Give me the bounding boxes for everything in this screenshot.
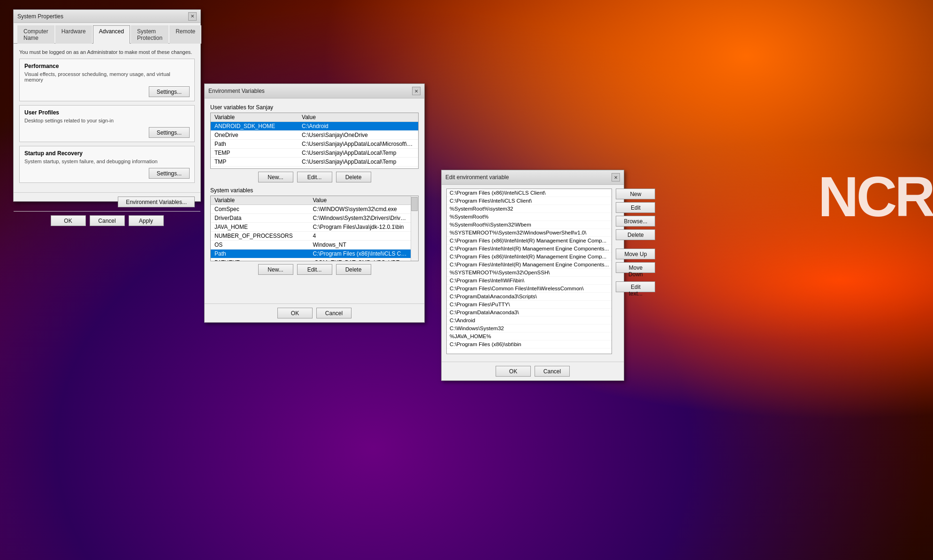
edit-env-edit-text-button[interactable]: Edit text... <box>616 281 655 292</box>
sys-var-variable: Path <box>211 250 309 258</box>
edit-env-list-item[interactable]: C:\Android <box>447 317 612 325</box>
system-props-close-button[interactable]: ✕ <box>188 12 197 21</box>
edit-env-main: C:\Program Files (x86)\Intel\iCLS Client… <box>446 189 619 358</box>
edit-env-list-item[interactable]: C:\Program Files (x86)\Intel\iCLS Client… <box>447 189 612 197</box>
edit-env-ok-button[interactable]: OK <box>496 366 531 377</box>
user-var-value: C:\Users\Sanjay\AppData\Local\Microsoft\… <box>298 140 418 149</box>
user-var-row[interactable]: TEMPC:\Users\Sanjay\AppData\Local\Temp <box>211 149 418 158</box>
sys-vars-scrollbar-thumb[interactable] <box>411 197 418 211</box>
tab-remote[interactable]: Remote <box>169 25 201 44</box>
edit-env-title: Edit environment variable <box>445 174 509 181</box>
sys-var-value: C:\Program Files (x86)\Intel\iCLS Client… <box>309 250 411 258</box>
edit-env-new-button[interactable]: New <box>616 189 655 199</box>
sys-var-row[interactable]: PATHEXT.COM;.EXE;.BAT;.CMD;.VBS;.VBE;.JS… <box>211 258 411 262</box>
system-props-cancel-button[interactable]: Cancel <box>90 215 125 226</box>
user-var-row[interactable]: TMPC:\Users\Sanjay\AppData\Local\Temp <box>211 158 418 166</box>
edit-env-cancel-button[interactable]: Cancel <box>535 366 570 377</box>
sys-var-variable: JAVA_HOME <box>211 223 309 232</box>
tab-computer-name[interactable]: Computer Name <box>17 25 54 44</box>
edit-env-browse-button[interactable]: Browse... <box>616 216 655 227</box>
edit-env-list-item[interactable]: C:\ProgramData\Anaconda3\ <box>447 309 612 317</box>
user-var-value: C:\Users\Sanjay\AppData\Local\Temp <box>298 158 418 166</box>
admin-note: You must be logged on as an Administrato… <box>19 49 195 55</box>
env-vars-ok-button[interactable]: OK <box>277 308 313 318</box>
environment-variables-dialog: Environment Variables ✕ User variables f… <box>204 83 425 323</box>
user-vars-label: User variables for Sanjay <box>210 104 419 111</box>
sys-var-value: 4 <box>309 232 411 241</box>
edit-env-list-item[interactable]: %SYSTEMROOT%\System32\WindowsPowerShell\… <box>447 229 612 237</box>
system-props-content: You must be logged on as an Administrato… <box>14 44 200 192</box>
user-var-variable: TMP <box>211 158 298 166</box>
edit-env-list-item[interactable]: C:\ProgramData\Anaconda3\Scripts\ <box>447 293 612 301</box>
sys-vars-scrollbar[interactable] <box>411 196 418 261</box>
env-vars-content: User variables for Sanjay Variable Value… <box>205 98 424 303</box>
edit-env-delete-button[interactable]: Delete <box>616 229 655 240</box>
edit-env-list-item[interactable]: C:\Program Files (x86)\Intel\Intel(R) Ma… <box>447 237 612 245</box>
performance-settings-button[interactable]: Settings... <box>149 86 190 97</box>
edit-env-list-item[interactable]: %SystemRoot%\System32\Wbem <box>447 221 612 229</box>
edit-env-list-item[interactable]: C:\Program Files (x86)\Intel\Intel(R) Ma… <box>447 253 612 261</box>
env-vars-title: Environment Variables <box>208 88 265 94</box>
edit-env-content: C:\Program Files (x86)\Intel\iCLS Client… <box>442 185 624 362</box>
edit-env-list-item[interactable]: C:\Program Files (x86)\sbt\bin <box>447 341 612 348</box>
tab-advanced[interactable]: Advanced <box>93 25 130 44</box>
edit-env-list-item[interactable]: C:\Program Files\Intel\Intel(R) Manageme… <box>447 245 612 253</box>
sys-vars-table-container[interactable]: Variable Value ComSpecC:\WINDOWS\system3… <box>210 196 419 261</box>
performance-desc: Visual effects, processor scheduling, me… <box>24 71 190 83</box>
sys-vars-new-button[interactable]: New... <box>258 264 293 275</box>
sys-var-variable: DriverData <box>211 214 309 223</box>
sys-var-variable: OS <box>211 241 309 250</box>
environment-variables-button[interactable]: Environment Variables... <box>118 197 195 207</box>
edit-env-list-item[interactable]: C:\Program Files\PuTTY\ <box>447 301 612 309</box>
edit-env-edit-button[interactable]: Edit <box>616 202 655 213</box>
sys-var-variable: PATHEXT <box>211 258 309 262</box>
edit-env-close-button[interactable]: ✕ <box>612 173 620 182</box>
tab-hardware[interactable]: Hardware <box>55 25 92 44</box>
user-profiles-desc: Desktop settings related to your sign-in <box>24 118 190 123</box>
sys-var-row[interactable]: DriverDataC:\Windows\System32\Drivers\Dr… <box>211 214 411 223</box>
sys-var-variable: NUMBER_OF_PROCESSORS <box>211 232 309 241</box>
sys-var-row[interactable]: NUMBER_OF_PROCESSORS4 <box>211 232 411 241</box>
edit-env-titlebar: Edit environment variable ✕ <box>442 170 624 185</box>
edit-env-list-item[interactable]: C:\Program Files\Intel\Intel(R) Manageme… <box>447 261 612 269</box>
system-props-ok-button[interactable]: OK <box>51 215 86 226</box>
user-var-variable: Path <box>211 140 298 149</box>
env-vars-close-button[interactable]: ✕ <box>412 87 421 95</box>
edit-env-list-item[interactable]: C:\Windows\System32 <box>447 325 612 333</box>
tab-system-protection[interactable]: System Protection <box>131 25 168 44</box>
system-props-apply-button[interactable]: Apply <box>129 215 164 226</box>
user-vars-table-container[interactable]: Variable Value ANDROID_SDK_HOMEC:\Androi… <box>210 113 419 169</box>
user-vars-delete-button[interactable]: Delete <box>336 172 371 182</box>
user-var-row[interactable]: ANDROID_SDK_HOMEC:\Android <box>211 122 418 131</box>
edit-env-list-item[interactable]: C:\Program Files\Intel\iCLS Client\ <box>447 197 612 205</box>
edit-env-list-item[interactable]: %SYSTEMROOT%\System32\OpenSSH\ <box>447 269 612 277</box>
edit-env-list[interactable]: C:\Program Files (x86)\Intel\iCLS Client… <box>446 189 612 354</box>
sys-var-value: Windows_NT <box>309 241 411 250</box>
env-vars-titlebar: Environment Variables ✕ <box>205 84 424 98</box>
sys-var-row[interactable]: OSWindows_NT <box>211 241 411 250</box>
edit-env-move-up-button[interactable]: Move Up <box>616 249 655 259</box>
sys-vars-btn-row: New... Edit... Delete <box>210 264 419 275</box>
startup-recovery-settings-button[interactable]: Settings... <box>149 168 190 179</box>
user-col-value: Value <box>298 113 418 122</box>
user-var-row[interactable]: OneDriveC:\Users\Sanjay\OneDrive <box>211 131 418 140</box>
user-profiles-settings-button[interactable]: Settings... <box>149 127 190 138</box>
edit-env-list-item[interactable]: C:\Program Files\Intel\WiFi\bin\ <box>447 277 612 285</box>
user-vars-new-button[interactable]: New... <box>258 172 293 182</box>
sys-var-row[interactable]: ComSpecC:\WINDOWS\system32\cmd.exe <box>211 205 411 214</box>
ncr-watermark: NCR <box>818 164 933 229</box>
edit-env-list-item[interactable]: %SystemRoot%\system32 <box>447 205 612 213</box>
sys-vars-edit-button[interactable]: Edit... <box>297 264 332 275</box>
env-vars-cancel-button[interactable]: Cancel <box>316 308 352 318</box>
sys-var-row[interactable]: PathC:\Program Files (x86)\Intel\iCLS Cl… <box>211 250 411 258</box>
sys-vars-delete-button[interactable]: Delete <box>336 264 371 275</box>
user-vars-edit-button[interactable]: Edit... <box>297 172 332 182</box>
edit-env-list-item[interactable]: %SystemRoot% <box>447 213 612 221</box>
user-var-row[interactable]: PathC:\Users\Sanjay\AppData\Local\Micros… <box>211 140 418 149</box>
edit-env-buttons: New Edit Browse... Delete Move Up Move D… <box>612 189 655 358</box>
edit-env-list-item[interactable]: %JAVA_HOME% <box>447 333 612 341</box>
env-vars-footer: OK Cancel <box>205 303 424 322</box>
sys-var-row[interactable]: JAVA_HOMEC:\Program Files\Java\jdk-12.0.… <box>211 223 411 232</box>
edit-env-move-down-button[interactable]: Move Down <box>616 262 655 273</box>
edit-env-list-item[interactable]: C:\Program Files\Common Files\Intel\Wire… <box>447 285 612 293</box>
